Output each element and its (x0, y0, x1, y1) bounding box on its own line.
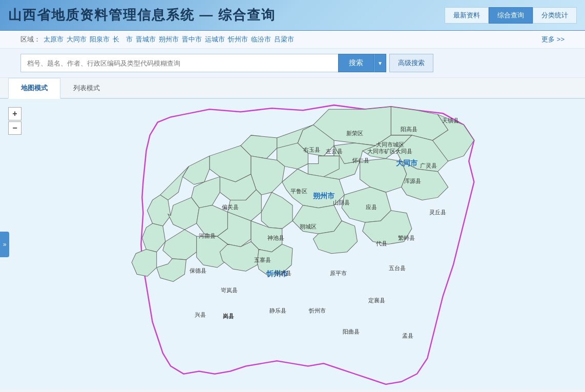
region-xinzhou[interactable]: 忻州市 (228, 35, 248, 44)
label-dingxiang: 定襄县 (368, 297, 385, 303)
district-xinzhou-city[interactable] (261, 192, 292, 229)
label-wuzhai: 五寨县 (254, 257, 271, 263)
label-pinglu: 平鲁区 (290, 188, 307, 194)
label-daixian: 代县 (375, 240, 387, 246)
district-hequ[interactable] (210, 146, 251, 182)
label-yangqu: 阳曲县 (343, 328, 360, 335)
label-meng: 孟县 (402, 333, 413, 339)
map-container: + − » (0, 99, 585, 389)
advanced-search-button[interactable]: 高级搜索 (389, 54, 433, 72)
zoom-controls: + − (8, 107, 22, 135)
search-button[interactable]: 搜索 (338, 54, 374, 72)
city-label-shuozhou: 朔州市 (312, 192, 335, 200)
label-yingxian: 应县 (366, 204, 377, 210)
city-label-datong: 大同市 (395, 159, 418, 167)
label-pianguan: 偏关县 (222, 204, 239, 210)
label-fanshi: 繁峙县 (398, 235, 415, 241)
page-title: 山西省地质资料管理信息系统 — 综合查询 (8, 6, 276, 24)
label-gang: 岗县 (223, 313, 234, 319)
district-lanxian2[interactable] (163, 230, 197, 260)
label-shuocheng: 朔城区 (300, 223, 317, 230)
label-ningwu: 宁武县 (275, 270, 291, 276)
label-xinzhou-s: 忻州市 (308, 307, 326, 314)
search-button-group: 搜索 ▼ (338, 54, 386, 72)
tabs-bar: 地图模式 列表模式 (0, 78, 585, 99)
tab-map-mode[interactable]: 地图模式 (8, 78, 60, 99)
label-zuoyun: 左云县 (326, 148, 343, 154)
label-datong-mine: 大同市矿区大同县 (367, 148, 412, 154)
region-jincheng[interactable]: 晋城市 (136, 35, 156, 44)
district-xingxian2[interactable] (142, 223, 165, 252)
district-jingle[interactable] (197, 205, 228, 237)
search-input[interactable] (20, 54, 338, 72)
label-shenchi: 神池县 (267, 235, 284, 241)
nav-latest[interactable]: 最新资料 (445, 7, 489, 24)
region-label: 区域： (20, 35, 40, 44)
map-svg: 大同市 朔州市 忻州市 新荣区 阳高县 天镇县 大同市城区 大同市矿区大同县 广… (0, 99, 585, 389)
label-xingxian: 兴县 (195, 312, 206, 318)
label-hunyuan: 浑源县 (404, 178, 421, 184)
label-jingle: 静乐县 (269, 307, 286, 314)
label-yuanping: 原平市 (330, 270, 347, 276)
header: 山西省地质资料管理信息系统 — 综合查询 最新资料 综合查询 分类统计 (0, 0, 585, 31)
label-huairen: 怀仁县 (352, 157, 369, 163)
region-chang[interactable]: 长 市 (113, 35, 133, 44)
district-xingxian-top[interactable] (160, 167, 189, 200)
label-wutai: 五台县 (389, 265, 406, 271)
label-xinrong: 新荣区 (346, 130, 363, 136)
region-bar: 区域： 太原市 大同市 阳泉市 长 市 晋城市 朔州市 晋中市 运城市 忻州市 … (0, 31, 585, 49)
tab-list-mode[interactable]: 列表模式 (60, 78, 113, 99)
region-shuozhou[interactable]: 朔州市 (159, 35, 179, 44)
side-collapse-button[interactable]: » (0, 232, 9, 257)
region-more[interactable]: 更多 >> (541, 35, 565, 44)
label-shanyin: 山阴县 (333, 199, 350, 205)
region-datong[interactable]: 大同市 (67, 35, 87, 44)
label-kelan: 岢岚县 (221, 287, 238, 293)
label-guangling: 广灵县 (420, 162, 437, 169)
nav-classified[interactable]: 分类统计 (533, 7, 577, 24)
search-bar: 搜索 ▼ 高级搜索 (0, 49, 585, 78)
zoom-in-button[interactable]: + (8, 107, 22, 120)
search-dropdown-button[interactable]: ▼ (374, 54, 386, 72)
label-hequ: 河曲县 (199, 233, 216, 239)
label-yanggao: 阳高县 (401, 126, 417, 132)
district-xingxian3[interactable] (132, 250, 157, 277)
district-lanxian3[interactable] (157, 259, 186, 282)
region-jinzhong[interactable]: 晋中市 (182, 35, 202, 44)
region-taiyuan[interactable]: 太原市 (44, 35, 64, 44)
district-lanxian[interactable] (168, 197, 199, 230)
nav-comprehensive[interactable]: 综合查询 (489, 7, 533, 24)
region-yuncheng[interactable]: 运城市 (205, 35, 225, 44)
zoom-out-button[interactable]: − (8, 121, 22, 135)
region-yangquan[interactable]: 阳泉市 (90, 35, 110, 44)
label-lingqiu: 灵丘县 (429, 209, 446, 215)
label-tianzhen: 天镇县 (442, 117, 459, 123)
label-youyu: 右玉县 (303, 147, 320, 153)
region-linfen[interactable]: 临汾市 (251, 35, 271, 44)
label-datong-city: 大同市城区 (376, 141, 404, 148)
header-nav: 最新资料 综合查询 分类统计 (445, 7, 577, 24)
district-xingxian[interactable] (148, 195, 171, 226)
region-lvliang[interactable]: 吕梁市 (274, 35, 294, 44)
label-baode: 保德县 (190, 267, 206, 274)
